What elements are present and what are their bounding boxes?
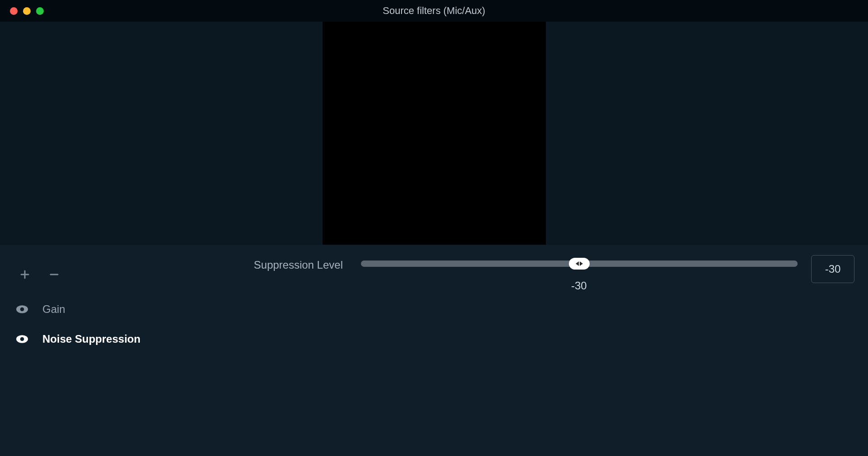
close-icon[interactable] <box>10 7 18 15</box>
svg-point-4 <box>20 307 24 312</box>
add-filter-button[interactable] <box>18 268 32 281</box>
window-title: Source filters (Mic/Aux) <box>383 5 485 17</box>
filter-actions <box>14 268 221 303</box>
titlebar: Source filters (Mic/Aux) <box>0 0 868 22</box>
filter-label: Gain <box>42 303 65 316</box>
maximize-icon[interactable] <box>36 7 44 15</box>
filter-item-noise-suppression[interactable]: Noise Suppression <box>16 333 221 345</box>
chevron-left-icon <box>576 261 579 266</box>
suppression-slider-wrap: -30 <box>361 256 798 292</box>
svg-point-6 <box>20 337 24 341</box>
slider-thumb[interactable] <box>569 258 590 270</box>
filter-label: Noise Suppression <box>42 333 140 345</box>
suppression-level-label: Suppression Level <box>221 256 347 271</box>
settings-pane: Suppression Level -30 -30 <box>221 245 868 456</box>
chevron-right-icon <box>580 261 583 266</box>
visibility-icon[interactable] <box>16 305 28 313</box>
filter-list: Gain Noise Suppression <box>14 303 221 345</box>
slider-value-label: -30 <box>361 279 798 292</box>
minimize-icon[interactable] <box>23 7 31 15</box>
visibility-icon[interactable] <box>16 335 28 343</box>
filter-sidebar: Gain Noise Suppression <box>0 245 221 456</box>
window-controls <box>0 7 44 15</box>
preview-canvas <box>323 22 546 245</box>
remove-filter-button[interactable] <box>47 268 61 281</box>
preview-area <box>0 22 868 245</box>
suppression-slider[interactable] <box>361 261 798 267</box>
lower-panel: Gain Noise Suppression Suppression Level <box>0 245 868 456</box>
suppression-value-input[interactable]: -30 <box>811 255 854 283</box>
filter-item-gain[interactable]: Gain <box>16 303 221 316</box>
